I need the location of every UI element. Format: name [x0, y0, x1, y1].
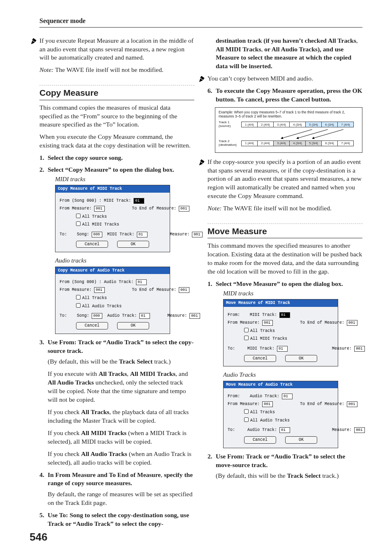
text: (By default, this will be the — [48, 358, 119, 365]
diagram-cell: 4 (3/4) — [289, 140, 306, 146]
text: track.) — [152, 358, 171, 365]
pencil-icon — [198, 75, 206, 83]
ok-button[interactable]: OK — [285, 436, 317, 444]
text: All Audio Tracks — [48, 379, 94, 386]
label: Audio Track: — [107, 313, 137, 318]
running-header: Sequencer mode — [39, 16, 362, 28]
label: From Measure: — [60, 288, 92, 292]
text: All MIDI Tracks — [130, 370, 175, 377]
text: All Tracks — [99, 370, 127, 377]
dialog-title: Copy Measure of Audio Track — [55, 267, 170, 274]
diagram-track2-label: Track 2 (destination) — [219, 140, 242, 147]
from-measure-field[interactable]: 001 — [94, 287, 105, 293]
cancel-button[interactable]: Cancel — [244, 436, 276, 444]
warning-copy-source-region: If the copy-source you specify is a port… — [208, 158, 362, 201]
label: To: — [228, 346, 235, 351]
ok-button[interactable]: OK — [117, 322, 149, 329]
measure-field[interactable]: 001 — [189, 313, 200, 319]
diagram-cell: 3 (4/4) — [273, 122, 290, 127]
dialog-title: Move Measure of Audio Track — [224, 381, 338, 389]
dialog-move-measure-audio: Move Measure of Audio Track From: Audio … — [223, 381, 338, 448]
text: If you check — [48, 408, 81, 415]
track-field[interactable]: 01 — [139, 313, 150, 319]
subhead-midi-tracks: MIDI tracks — [55, 175, 194, 183]
text: If you check — [48, 429, 81, 436]
diagram-cell: 6 (3/4) — [321, 122, 338, 127]
label: From Measure: — [228, 402, 260, 406]
checkbox-all-midi[interactable] — [244, 336, 249, 340]
checkbox-all-audio[interactable] — [76, 303, 81, 308]
text: If you execute Repeat Measure at a locat… — [39, 37, 194, 61]
ok-button[interactable]: OK — [285, 355, 317, 362]
from-track-field[interactable]: 01 — [282, 394, 293, 399]
checkbox-all-tracks[interactable] — [244, 409, 249, 414]
warning-repeat-measure: If you execute Repeat Measure at a locat… — [39, 37, 194, 62]
label: MIDI Track: — [247, 346, 274, 351]
label: All MIDI Tracks — [82, 222, 119, 227]
checkbox-all-tracks[interactable] — [76, 214, 81, 218]
label: Measure: — [167, 313, 187, 318]
cancel-button[interactable]: Cancel — [244, 355, 276, 362]
from-track-field[interactable]: 01 — [279, 312, 290, 318]
song-field[interactable]: 000 — [92, 232, 102, 237]
label: Measure: — [170, 232, 189, 237]
to-end-field[interactable]: 001 — [179, 287, 189, 293]
text: Use From: Track or “Audio Track” to sele… — [216, 453, 345, 468]
text: If you check — [48, 450, 81, 457]
pencil-icon — [198, 159, 206, 166]
measure-field[interactable]: 001 — [192, 232, 203, 237]
text: All MIDI Tracks — [81, 429, 127, 436]
step-4: 4.In From Measure and To End of Measure,… — [39, 471, 194, 508]
dialog-title: Move Measure of MIDI Track — [224, 299, 338, 307]
pencil-icon — [30, 37, 38, 45]
cancel-button[interactable]: Cancel — [76, 322, 108, 329]
text: You can’t copy between MIDI and audio. — [208, 75, 313, 82]
to-track-field[interactable]: 01 — [279, 427, 290, 433]
text: To execute the Copy Measure operation, p… — [216, 87, 362, 103]
label: Audio Track: — [247, 428, 277, 432]
measure-field[interactable]: 001 — [354, 346, 365, 352]
step-5-continued: destination track (if you haven’t checke… — [208, 37, 362, 71]
diagram-cell: 2 (4/4) — [257, 140, 274, 146]
step-5: 5.Use To: Song to select the copy-destin… — [39, 511, 194, 528]
checkbox-all-audio[interactable] — [244, 417, 249, 422]
diagram-cell: 4 (3/4) — [289, 122, 306, 127]
dialog-move-measure-midi: Move Measure of MIDI Track From: MIDI Tr… — [223, 299, 338, 366]
text: (By default, this will be the Track Sele… — [48, 357, 194, 366]
label: From (Song 000) : MIDI Track: — [60, 198, 131, 203]
heading-copy-measure: Copy Measure — [39, 85, 194, 100]
ok-button[interactable]: OK — [117, 241, 149, 248]
label: All Tracks — [250, 329, 275, 333]
track-field[interactable]: 01 — [137, 232, 148, 237]
label: From Measure: — [228, 320, 260, 325]
label: All MIDI Tracks — [250, 336, 287, 341]
label: Audio Track: — [250, 394, 279, 398]
checkbox-all-tracks[interactable] — [244, 328, 249, 332]
text: (By default, this will be the Track Sele… — [216, 472, 362, 480]
warning-midi-audio: You can’t copy between MIDI and audio. — [208, 74, 362, 83]
song-field[interactable]: 000 — [92, 313, 102, 319]
checkbox-all-midi[interactable] — [76, 221, 81, 226]
from-measure-field[interactable]: 001 — [262, 401, 273, 407]
label: Song: — [77, 313, 89, 318]
cancel-button[interactable]: Cancel — [76, 241, 108, 248]
text: track.) — [321, 472, 339, 479]
measure-field[interactable]: 001 — [354, 427, 365, 433]
diagram-cell: 7 (4/4) — [337, 140, 354, 146]
move-measure-desc: This command moves the specified measure… — [208, 242, 362, 276]
diagram-cell: 3 (4/4) — [273, 140, 290, 146]
step-1: 1.Select the copy source song. — [39, 154, 194, 162]
to-end-field[interactable]: 001 — [347, 320, 357, 326]
from-measure-field[interactable]: 001 — [94, 206, 105, 212]
text: By default, the range of measures will b… — [48, 490, 194, 507]
from-track-field[interactable]: 01 — [136, 279, 147, 285]
label: All Audio Tracks — [250, 418, 290, 423]
to-track-field[interactable]: 01 — [277, 346, 288, 352]
to-end-field[interactable]: 001 — [179, 206, 189, 212]
to-end-field[interactable]: 001 — [347, 401, 357, 407]
label: To End of Measure: — [300, 320, 344, 325]
from-measure-field[interactable]: 001 — [262, 320, 273, 326]
checkbox-all-tracks[interactable] — [76, 295, 81, 299]
label: Song: — [77, 232, 89, 237]
from-track-field[interactable]: 01 — [134, 198, 144, 204]
